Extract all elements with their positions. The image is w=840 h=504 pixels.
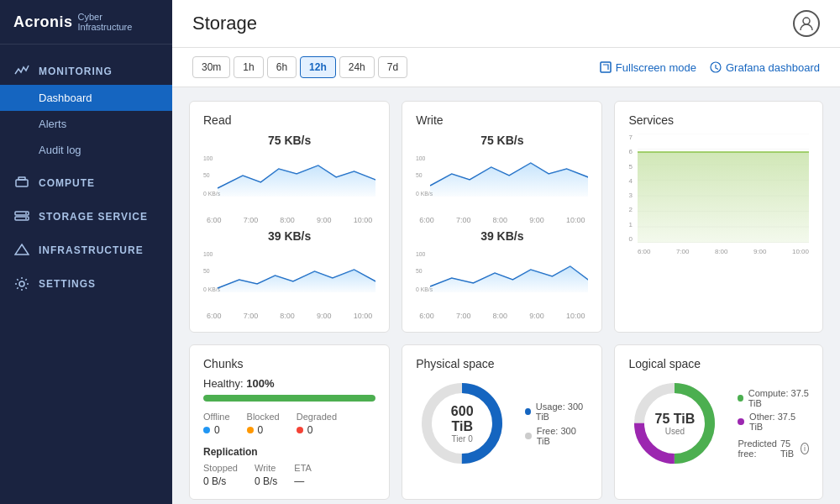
sidebar-item-dashboard[interactable]: Dashboard — [0, 85, 172, 111]
write-value1: 75 KB/s — [416, 134, 588, 147]
eta-value: — — [294, 475, 312, 487]
degraded-dot — [297, 427, 303, 433]
compute-dot — [738, 395, 743, 402]
write-value2: 39 KB/s — [416, 229, 588, 243]
write-card: Write 75 KB/s 100 50 0 KB/s — [402, 101, 602, 333]
rep-write-value: 0 B/s — [255, 475, 277, 487]
time-btn-7d[interactable]: 7d — [378, 56, 407, 78]
compute-label: COMPUTE — [39, 177, 95, 189]
services-y-axis: 76543210 — [628, 134, 633, 243]
svg-text:100: 100 — [416, 154, 425, 162]
read-x-labels1: 6:007:008:009:0010:00 — [203, 216, 375, 224]
cards-grid: Read 75 KB/s 100 50 0 KB/s — [189, 101, 823, 500]
physical-space-card: Physical space 600 TiB Tier 0 — [402, 344, 602, 500]
chunks-stats: Offline 0 Blocked 0 De — [203, 412, 375, 436]
stopped-value: 0 B/s — [203, 475, 238, 487]
svg-marker-26 — [430, 266, 588, 292]
page-title: Storage — [192, 13, 257, 34]
degraded-label: Degraded — [297, 412, 337, 422]
user-avatar[interactable] — [793, 10, 820, 37]
chunks-progress-fill — [203, 395, 375, 402]
infrastructure-label: INFRASTRUCTURE — [39, 244, 144, 256]
logical-space-card: Logical space 75 TiB Used — [614, 344, 823, 500]
time-btn-30m[interactable]: 30m — [192, 56, 230, 78]
other-legend: Other: 37.5 TiB — [738, 412, 809, 432]
time-filter-group: 30m 1h 6h 12h 24h 7d — [192, 56, 407, 78]
storage-icon — [13, 208, 30, 225]
svg-point-5 — [25, 218, 27, 219]
read-value2: 39 KB/s — [203, 229, 375, 243]
offline-value: 0 — [203, 424, 230, 436]
storage-label: STORAGE SERVICE — [39, 211, 148, 223]
toolbar-actions: Fullscreen mode Grafana dashboard — [600, 61, 820, 74]
svg-text:100: 100 — [416, 249, 425, 258]
services-card: Services 76543210 — [614, 101, 823, 333]
chunks-healthy-label: Healthy: 100% — [203, 377, 375, 390]
sidebar-item-audit-log[interactable]: Audit log — [0, 137, 172, 163]
degraded-value: 0 — [297, 424, 337, 436]
stopped-label: Stopped — [203, 463, 238, 473]
blocked-label: Blocked — [247, 412, 280, 422]
read-chart2: 100 50 0 KB/s — [203, 246, 375, 305]
read-value1: 75 KB/s — [203, 134, 375, 147]
time-btn-6h[interactable]: 6h — [267, 56, 297, 78]
chunk-degraded: Degraded 0 — [297, 412, 337, 436]
sidebar-item-alerts[interactable]: Alerts — [0, 111, 172, 137]
write-x-labels1: 6:007:008:009:0010:00 — [416, 216, 588, 224]
logo: Acronis Cyber Infrastructure — [0, 0, 172, 45]
free-label: Free: 300 TiB — [537, 426, 589, 446]
logical-donut: 75 TiB Used — [628, 377, 721, 470]
logo-subtitle: Cyber Infrastructure — [78, 12, 159, 32]
svg-text:100: 100 — [203, 154, 213, 162]
time-btn-24h[interactable]: 24h — [339, 56, 375, 78]
toolbar: 30m 1h 6h 12h 24h 7d Fullscreen mode Gra… — [172, 48, 840, 87]
svg-text:50: 50 — [416, 171, 423, 179]
logical-legend: Compute: 37.5 TiB Other: 37.5 TiB — [738, 388, 809, 459]
chunks-card: Chunks Healthy: 100% Offline 0 — [189, 344, 390, 500]
chunk-offline: Offline 0 — [203, 412, 230, 436]
sidebar-item-infrastructure[interactable]: INFRASTRUCTURE — [0, 230, 172, 264]
time-btn-1h[interactable]: 1h — [234, 56, 263, 78]
settings-icon — [13, 276, 30, 292]
compute-icon — [13, 175, 30, 192]
rep-write: Write 0 B/s — [255, 463, 277, 487]
read-title: Read — [203, 113, 375, 127]
svg-marker-35 — [638, 152, 809, 243]
sidebar-item-storage-service[interactable]: STORAGE SERVICE — [0, 197, 172, 230]
read-card: Read 75 KB/s 100 50 0 KB/s — [189, 101, 390, 333]
infrastructure-icon — [13, 242, 30, 259]
time-btn-12h[interactable]: 12h — [300, 56, 336, 78]
chunks-healthy-value: 100% — [246, 377, 274, 390]
fullscreen-button[interactable]: Fullscreen mode — [600, 61, 696, 74]
grafana-button[interactable]: Grafana dashboard — [710, 61, 820, 74]
main-content: Storage 30m 1h 6h 12h 24h 7d Fullscreen … — [172, 0, 840, 504]
predicted-free: Predicted free: 75 TiB i — [738, 438, 809, 459]
sidebar: Acronis Cyber Infrastructure MONITORING … — [0, 0, 172, 504]
physical-center-sub: Tier 0 — [439, 434, 486, 444]
physical-title: Physical space — [416, 357, 588, 370]
info-icon[interactable]: i — [801, 443, 809, 454]
offline-label: Offline — [203, 412, 230, 422]
svg-text:50: 50 — [416, 266, 423, 275]
sidebar-item-compute[interactable]: COMPUTE — [0, 163, 172, 197]
sidebar-navigation: MONITORING Dashboard Alerts Audit log CO… — [0, 45, 172, 304]
svg-point-4 — [25, 213, 27, 214]
chunks-progress-bar — [203, 395, 375, 402]
monitoring-label: MONITORING — [39, 66, 113, 77]
svg-marker-18 — [218, 270, 375, 292]
logo-acronis: Acronis — [13, 13, 73, 31]
sidebar-item-monitoring[interactable]: MONITORING — [0, 51, 172, 85]
logical-donut-container: 75 TiB Used Compute: 37.5 TiB — [628, 377, 809, 470]
eta-label: ETA — [294, 463, 312, 473]
services-chart-area: 76543210 — [628, 134, 809, 255]
compute-legend-label: Compute: 37.5 TiB — [748, 388, 809, 408]
offline-dot — [203, 427, 210, 433]
svg-point-7 — [19, 281, 24, 286]
services-chart: 6:007:008:009:0010:00 — [638, 134, 809, 255]
replication-stats: Stopped 0 B/s Write 0 B/s ETA — — [203, 463, 375, 487]
svg-marker-14 — [218, 165, 375, 197]
dashboard-content: Read 75 KB/s 100 50 0 KB/s — [172, 87, 840, 504]
sidebar-item-settings[interactable]: SETTINGS — [0, 264, 172, 297]
other-legend-label: Other: 37.5 TiB — [749, 412, 809, 432]
physical-donut: 600 TiB Tier 0 — [416, 377, 508, 470]
